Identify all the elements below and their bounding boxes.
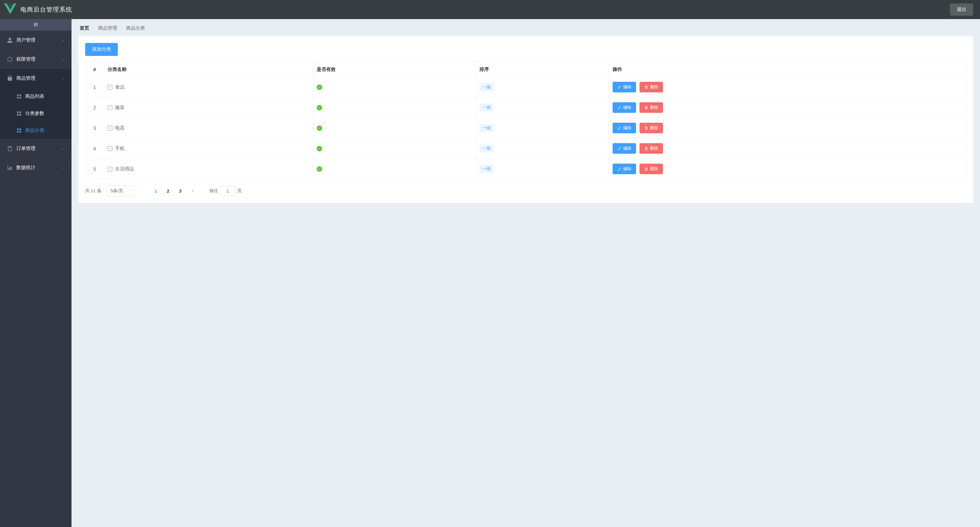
user-icon [7, 37, 13, 43]
sidebar-subitem-label: 分类参数 [25, 110, 44, 117]
svg-rect-4 [17, 112, 19, 113]
add-category-button[interactable]: 添加分类 [85, 43, 118, 56]
trash-icon [644, 85, 648, 89]
chevron-icon [61, 147, 65, 151]
bag-icon [7, 75, 13, 81]
sidebar-item[interactable]: 数据统计 [0, 158, 72, 177]
page-number[interactable]: 3 [175, 186, 186, 196]
level-tag: 一级 [479, 124, 494, 132]
sidebar-subitem-label: 商品列表 [25, 93, 44, 99]
pager: 123 [138, 186, 198, 196]
breadcrumb-home[interactable]: 首页 [80, 25, 89, 31]
edit-button[interactable]: 编辑 [612, 82, 636, 93]
trash-icon [644, 106, 648, 110]
success-icon [317, 146, 322, 151]
cell-index: 3 [86, 118, 104, 138]
sidebar-subitem[interactable]: 商品列表 [0, 88, 72, 105]
delete-button[interactable]: 删除 [640, 82, 663, 93]
page-size-select[interactable]: 5条/页 [106, 185, 134, 196]
success-icon [317, 166, 322, 172]
edit-button[interactable]: 编辑 [612, 164, 636, 174]
expand-icon[interactable] [108, 126, 112, 131]
expand-icon[interactable] [108, 105, 112, 110]
vue-logo-icon [4, 3, 16, 16]
grid-icon [16, 128, 22, 133]
edit-icon [617, 167, 621, 171]
level-tag: 一级 [479, 104, 494, 112]
edit-button[interactable]: 编辑 [612, 102, 636, 113]
breadcrumb-page: 商品分类 [126, 25, 145, 31]
cell-ops: 编辑删除 [609, 77, 966, 97]
sidebar-subitem[interactable]: 商品分类 [0, 122, 72, 139]
table-row: 5生活用品一级编辑删除 [86, 159, 966, 179]
chart-icon [7, 164, 13, 171]
edit-button[interactable]: 编辑 [612, 123, 636, 133]
chevron-right-icon [92, 26, 95, 31]
cell-valid [313, 97, 476, 118]
grid-icon [16, 94, 22, 99]
th-ops: 操作 [609, 62, 966, 77]
edit-icon [617, 147, 621, 151]
cell-index: 1 [86, 77, 104, 97]
cell-valid [313, 138, 476, 159]
sidebar-collapse-toggle[interactable] [0, 19, 72, 31]
sidebar-item[interactable]: 权限管理 [0, 50, 72, 69]
table-row: 1食品一级编辑删除 [86, 77, 966, 97]
level-tag: 一级 [479, 83, 494, 91]
grid-icon [16, 111, 22, 116]
success-icon [317, 125, 322, 131]
sidebar-item[interactable]: 订单管理 [0, 139, 72, 158]
delete-button[interactable]: 删除 [640, 102, 663, 113]
cell-name: 电器 [104, 118, 313, 138]
trash-icon [644, 126, 648, 130]
prev-page-button[interactable] [138, 186, 149, 196]
jump-input[interactable] [220, 186, 235, 196]
table-row: 4手机一级编辑删除 [86, 138, 966, 159]
page-number[interactable]: 2 [163, 186, 173, 196]
cell-valid [313, 159, 476, 179]
delete-button[interactable]: 删除 [640, 164, 663, 174]
sidebar-subitem[interactable]: 分类参数 [0, 105, 72, 122]
expand-icon[interactable] [108, 146, 112, 151]
chevron-right-icon [120, 26, 123, 31]
category-name: 手机 [115, 145, 125, 151]
cell-sort: 一级 [476, 97, 609, 118]
th-index: # [86, 62, 104, 77]
cell-sort: 一级 [476, 138, 609, 159]
category-name: 服装 [115, 105, 125, 110]
th-sort: 排序 [476, 62, 609, 77]
trash-icon [644, 167, 648, 171]
edit-button[interactable]: 编辑 [612, 143, 636, 154]
cell-name: 生活用品 [104, 159, 313, 179]
clipboard-icon [7, 145, 13, 152]
table-row: 2服装一级编辑删除 [86, 97, 966, 118]
svg-rect-3 [19, 97, 21, 99]
category-table: # 分类名称 是否有效 排序 操作 1食品一级编辑删除2服装一级编辑删除3电器一… [85, 62, 966, 179]
sidebar-item[interactable]: 商品管理 [0, 69, 72, 88]
next-page-button[interactable] [188, 186, 198, 196]
svg-rect-5 [19, 112, 21, 113]
svg-rect-8 [17, 128, 19, 130]
svg-rect-6 [17, 114, 19, 115]
level-tag: 一级 [479, 165, 494, 173]
main-content: 首页 商品管理 商品分类 添加分类 # 分类名称 是否有效 排序 操作 [72, 19, 980, 527]
logout-button[interactable]: 退出 [950, 3, 973, 16]
sidebar-item[interactable]: 用户管理 [0, 31, 72, 50]
sidebar-menu: 用户管理权限管理商品管理商品列表分类参数商品分类订单管理数据统计 [0, 31, 72, 177]
page-size-label: 5条/页 [111, 188, 123, 194]
svg-rect-11 [19, 131, 21, 133]
cell-index: 5 [86, 159, 104, 179]
cell-ops: 编辑删除 [609, 118, 966, 138]
table-row: 3电器一级编辑删除 [86, 118, 966, 138]
cell-sort: 一级 [476, 118, 609, 138]
delete-button[interactable]: 删除 [640, 143, 663, 154]
cell-name: 食品 [104, 77, 313, 97]
page-number[interactable]: 1 [151, 186, 161, 196]
delete-button[interactable]: 删除 [640, 123, 663, 133]
cell-sort: 一级 [476, 77, 609, 97]
cell-name: 手机 [104, 138, 313, 159]
svg-rect-10 [17, 131, 19, 133]
sidebar-subitem-label: 商品分类 [25, 128, 44, 134]
expand-icon[interactable] [108, 167, 112, 171]
expand-icon[interactable] [108, 85, 112, 89]
